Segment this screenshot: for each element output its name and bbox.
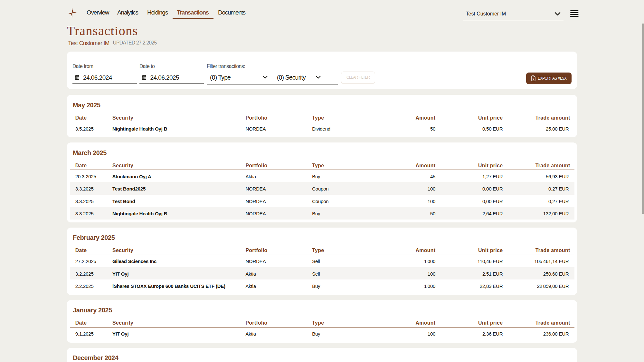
svg-text:x: x — [533, 77, 535, 81]
